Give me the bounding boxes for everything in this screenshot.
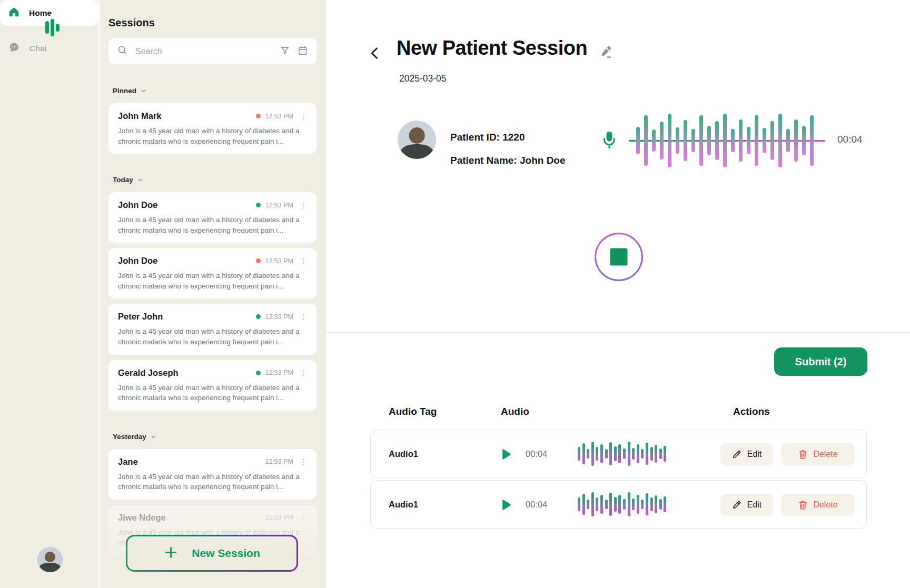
session-card[interactable]: Peter John 12:53 PM ⋮ John is a 45 year … [108,304,316,354]
pencil-icon [732,500,742,510]
chevron-down-icon [140,87,147,94]
session-time: 12:53 PM [265,257,293,265]
table-header-actions: Actions [733,406,770,417]
patient-name: Patient Name: John Doe [450,155,566,166]
table-header-audio-tag: Audio Tag [389,406,437,417]
table-header-audio: Audio [501,406,529,417]
session-group-label: Today [113,176,133,184]
filter-icon[interactable] [280,45,290,58]
session-card[interactable]: John Doe 12:53 PM ⋮ John is a 45 year ol… [108,248,316,298]
patient-avatar [398,121,436,159]
session-name: John Mark [118,111,256,121]
session-card[interactable]: John Mark 12:53 PM ⋮ John is a 45 year o… [108,103,316,154]
more-options-icon[interactable]: ⋮ [300,257,307,265]
chevron-down-icon [150,433,157,440]
section-divider [326,332,910,333]
submit-button[interactable]: Submit (2) [774,347,867,376]
audio-table-row: Audio1 00:04 Edit Delete [370,480,867,529]
more-options-icon[interactable]: ⋮ [300,113,307,120]
audio-waveform [578,481,666,528]
chevron-down-icon [137,176,144,183]
edit-button[interactable]: Edit [720,494,773,516]
session-date: 2025-03-05 [399,73,447,84]
more-options-icon[interactable]: ⋮ [300,202,307,209]
session-card[interactable]: Jane 12:53 PM ⋮ John is a 45 year old ma… [108,449,316,500]
audio-tag: Audio1 [389,500,418,510]
audio-table-row: Audio1 00:04 Edit Delete [370,430,867,478]
session-time: 12:53 PM [265,202,293,209]
session-time: 12:53 PM [265,458,293,465]
app-root: Home Chat Sessions [0,0,910,588]
session-group-header[interactable]: Pinned [113,87,312,95]
session-time: 12:53 PM [265,369,293,376]
session-description: John is a 45 year old man with a history… [118,215,307,235]
session-group: Today John Doe 12:53 PM ⋮ John is a 45 y… [108,176,316,411]
trash-icon [798,500,808,511]
delete-button[interactable]: Delete [781,443,855,465]
session-group-label: Yesterday [113,433,146,441]
session-time: 12:53 PM [265,514,293,521]
audio-duration: 00:04 [526,449,547,459]
sessions-panel: Sessions Pinned John Mark 12:53 PM ⋮ [100,0,326,588]
pencil-icon [732,450,742,460]
patient-avatar-photo [398,121,436,159]
session-group-header[interactable]: Today [113,176,312,184]
calendar-icon[interactable] [298,45,308,58]
main-content: New Patient Session 2025-03-05 Patient I… [326,0,910,588]
edit-title-icon[interactable] [598,44,614,62]
sidebar-item-chat[interactable]: Chat [0,35,98,61]
plus-icon [164,545,178,561]
more-options-icon[interactable]: ⋮ [300,514,307,521]
play-button[interactable] [498,447,513,464]
stop-square-icon [610,248,628,266]
back-button[interactable] [366,44,384,62]
new-session-label: New Session [192,547,260,560]
session-group-header[interactable]: Yesterday [113,433,312,441]
patient-info: Patient ID: 1220 Patient Name: John Doe [450,132,566,166]
patient-id: Patient ID: 1220 [450,132,566,143]
status-dot [256,114,261,118]
session-group: Pinned John Mark 12:53 PM ⋮ John is a 45… [108,87,316,154]
session-time: 12:53 PM [265,113,293,120]
user-avatar[interactable] [37,547,63,572]
session-description: John is a 45 year old man with a history… [118,271,307,291]
session-group-label: Pinned [113,87,136,95]
stop-recording-button[interactable] [595,233,643,281]
recording-waveform [636,112,818,170]
more-options-icon[interactable]: ⋮ [300,369,307,376]
chat-icon [8,42,20,55]
user-avatar-photo [37,547,63,572]
sidebar-item-label: Home [29,8,52,18]
new-session-button[interactable]: New Session [126,535,298,572]
session-name: John Doe [118,256,256,266]
sidebar-item-label: Chat [29,44,47,53]
home-icon [8,6,19,19]
recording-timer: 00:04 [837,134,863,145]
status-dot [256,203,261,207]
session-name: Gerald Joseph [118,368,256,378]
more-options-icon[interactable]: ⋮ [300,458,307,465]
search-icon [117,45,128,58]
page-title: New Patient Session [397,37,587,59]
trash-icon [798,449,808,460]
search-input[interactable] [135,47,272,56]
app-logo-icon [45,18,60,36]
audio-tag: Audio1 [389,449,418,459]
session-time: 12:53 PM [265,313,293,321]
play-button[interactable] [498,497,513,514]
search-bar [108,38,316,64]
session-name: Peter John [118,312,256,322]
delete-button[interactable]: Delete [781,494,855,516]
session-card[interactable]: John Doe 12:53 PM ⋮ John is a 45 year ol… [108,192,316,243]
session-name: Jiwe Ndege [118,513,265,523]
microphone-icon [600,130,618,152]
status-dot [256,314,261,319]
session-name: John Doe [118,200,256,210]
session-description: John is a 45 year old man with a history… [118,472,307,492]
sidebar: Home Chat [0,0,100,588]
edit-button[interactable]: Edit [720,443,773,465]
audio-duration: 00:04 [526,500,547,510]
audio-table: Audio1 00:04 Edit Delete Audio1 00:04 Ed… [370,430,867,531]
session-card[interactable]: Gerald Joseph 12:53 PM ⋮ John is a 45 ye… [108,360,316,411]
more-options-icon[interactable]: ⋮ [300,313,307,321]
